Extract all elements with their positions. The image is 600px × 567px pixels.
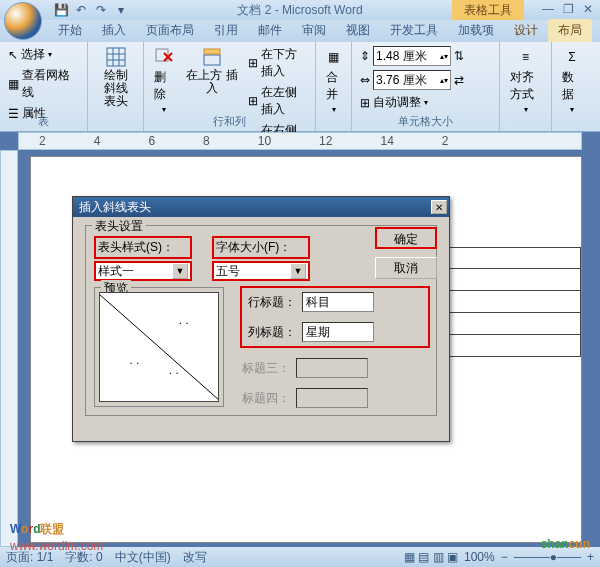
title4-label: 标题四： — [240, 390, 290, 407]
header-style-label: 表头样式(S)： — [94, 236, 192, 259]
view-gridlines-button[interactable]: ▦查看网格线 — [6, 66, 81, 102]
tab-layout[interactable]: 布局 — [548, 19, 592, 42]
minimize-button[interactable]: — — [540, 2, 556, 16]
svg-text:. .: . . — [130, 353, 140, 367]
watermark-shancun: shancun — [541, 530, 590, 553]
font-size-label: 字体大小(F)： — [212, 236, 310, 259]
tab-review[interactable]: 审阅 — [292, 19, 336, 42]
row-title-label: 行标题： — [246, 294, 296, 311]
alignment-button[interactable]: ≡ 对齐方式▾ — [506, 45, 545, 116]
merge-button[interactable]: ▦ 合并▾ — [322, 45, 345, 116]
group-cell-size: ⇕1.48 厘米▴▾⇅ ⇔3.76 厘米▴▾⇄ ⊞自动调整▾ 单元格大小 — [352, 42, 500, 131]
close-button[interactable]: ✕ — [580, 2, 596, 16]
col-width-input[interactable]: 3.76 厘米▴▾ — [373, 70, 451, 90]
group-label: 表 — [0, 114, 87, 129]
distribute-rows-button[interactable]: ⇅ — [454, 49, 464, 63]
group-table: ↖选择▾ ▦查看网格线 ☰属性 表 — [0, 42, 88, 131]
distribute-cols-button[interactable]: ⇄ — [454, 73, 464, 87]
align-icon: ≡ — [516, 47, 536, 67]
svg-text:. .: . . — [169, 363, 179, 377]
svg-line-10 — [100, 295, 218, 399]
font-size-combo[interactable]: 五号▼ — [212, 261, 310, 281]
save-icon[interactable]: 💾 — [52, 2, 70, 18]
tab-page-layout[interactable]: 页面布局 — [136, 19, 204, 42]
quick-access-toolbar: 💾 ↶ ↷ ▾ — [52, 2, 130, 18]
table-icon — [106, 47, 126, 67]
autofit-button[interactable]: ⊞自动调整▾ — [358, 93, 493, 112]
qat-more-icon[interactable]: ▾ — [112, 2, 130, 18]
title-bar: 💾 ↶ ↷ ▾ 文档 2 - Microsoft Word 表格工具 — ❐ ✕ — [0, 0, 600, 20]
svg-rect-0 — [107, 48, 125, 66]
height-icon: ⇕ — [360, 49, 370, 63]
cursor-icon: ↖ — [8, 48, 18, 62]
group-rows-columns: 删除▾ 在上方 插入 ⊞在下方插入 ⊞在左侧插入 ⊞在右侧插入 行和列 — [144, 42, 316, 131]
select-button[interactable]: ↖选择▾ — [6, 45, 81, 64]
cancel-button[interactable]: 取消 — [375, 257, 437, 279]
restore-button[interactable]: ❐ — [560, 2, 576, 16]
dropdown-icon[interactable]: ▼ — [172, 263, 188, 279]
autofit-icon: ⊞ — [360, 96, 370, 110]
row-height-input[interactable]: 1.48 厘米▴▾ — [373, 46, 451, 66]
group-alignment: ≡ 对齐方式▾ — [500, 42, 552, 131]
header-style-combo[interactable]: 样式一▼ — [94, 261, 192, 281]
group-merge: ▦ 合并▾ — [316, 42, 352, 131]
col-title-input[interactable]: 星期 — [302, 322, 374, 342]
dropdown-icon[interactable]: ▼ — [290, 263, 306, 279]
ribbon: ↖选择▾ ▦查看网格线 ☰属性 表 绘制 斜线表头 删除▾ 在上方 插入 ⊞在下… — [0, 42, 600, 132]
insert-diagonal-header-dialog: 插入斜线表头 ✕ 表头设置 表头样式(S)： 样式一▼ 字体大小(F)： 五号▼… — [72, 196, 450, 442]
fieldset-legend: 表头设置 — [92, 218, 146, 235]
window-controls: — ❐ ✕ — [540, 2, 596, 16]
data-button[interactable]: Σ 数据▾ — [558, 45, 586, 116]
title4-input — [296, 388, 368, 408]
watermark-logo: Word联盟 — [10, 513, 64, 539]
group-label: 单元格大小 — [352, 114, 499, 129]
col-title-label: 列标题： — [246, 324, 296, 341]
watermark-url: www.wordlm.com — [10, 539, 103, 553]
redo-icon[interactable]: ↷ — [92, 2, 110, 18]
zoom-level[interactable]: 100% — [464, 550, 495, 564]
zoom-out-button[interactable]: − — [501, 550, 508, 564]
grid-icon: ▦ — [8, 77, 19, 91]
group-label: 行和列 — [144, 114, 315, 129]
draw-diagonal-header-button[interactable]: 绘制 斜线表头 — [94, 45, 137, 110]
insert-above-icon — [202, 47, 222, 67]
data-icon: Σ — [562, 47, 582, 67]
dialog-titlebar[interactable]: 插入斜线表头 ✕ — [73, 197, 449, 217]
svg-text:. .: . . — [179, 313, 189, 327]
undo-icon[interactable]: ↶ — [72, 2, 90, 18]
language-status[interactable]: 中文(中国) — [115, 549, 171, 566]
title3-label: 标题三： — [240, 360, 290, 377]
tab-home[interactable]: 开始 — [48, 19, 92, 42]
view-buttons[interactable]: ▦ ▤ ▥ ▣ — [404, 550, 458, 564]
insert-left-icon: ⊞ — [248, 94, 258, 108]
group-data: Σ 数据▾ — [552, 42, 592, 131]
preview-canvas: . .. .. . — [99, 292, 219, 402]
svg-rect-8 — [204, 55, 220, 65]
preview-fieldset: 预览 . .. .. . — [94, 287, 224, 407]
group-diagonal: 绘制 斜线表头 — [88, 42, 144, 131]
dialog-close-button[interactable]: ✕ — [431, 200, 447, 214]
tab-developer[interactable]: 开发工具 — [380, 19, 448, 42]
tab-mailings[interactable]: 邮件 — [248, 19, 292, 42]
dialog-title: 插入斜线表头 — [79, 199, 151, 216]
vertical-ruler[interactable] — [0, 150, 18, 547]
delete-icon — [154, 47, 174, 67]
ok-button[interactable]: 确定 — [375, 227, 437, 249]
svg-rect-9 — [204, 49, 220, 54]
width-icon: ⇔ — [360, 73, 370, 87]
overtype-status[interactable]: 改写 — [183, 549, 207, 566]
insert-below-button[interactable]: ⊞在下方插入 — [246, 45, 309, 81]
tab-insert[interactable]: 插入 — [92, 19, 136, 42]
window-title: 文档 2 - Microsoft Word — [237, 2, 362, 19]
contextual-tab-label: 表格工具 — [452, 0, 524, 20]
horizontal-ruler[interactable]: 24681012142 — [18, 132, 582, 150]
title3-input — [296, 358, 368, 378]
row-title-input[interactable]: 科目 — [302, 292, 374, 312]
ribbon-tabs: 开始 插入 页面布局 引用 邮件 审阅 视图 开发工具 加载项 设计 布局 — [0, 20, 600, 42]
tab-references[interactable]: 引用 — [204, 19, 248, 42]
tab-design[interactable]: 设计 — [504, 19, 548, 42]
office-button[interactable] — [4, 2, 42, 40]
tab-addins[interactable]: 加载项 — [448, 19, 504, 42]
tab-view[interactable]: 视图 — [336, 19, 380, 42]
insert-below-icon: ⊞ — [248, 56, 258, 70]
